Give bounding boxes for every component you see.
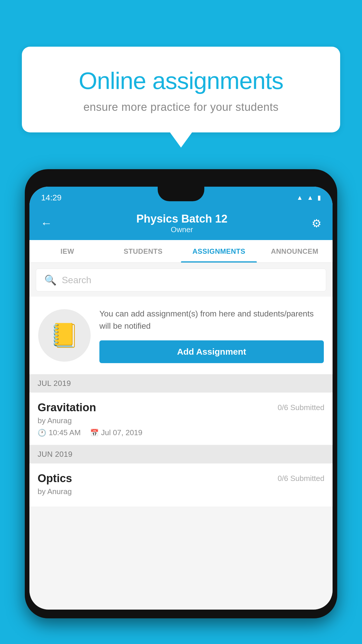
phone-notch <box>158 187 204 201</box>
signal-icon: ▲ <box>307 194 313 202</box>
tabs-bar: IEW STUDENTS ASSIGNMENTS ANNOUNCEM <box>29 240 333 263</box>
assignment-author-optics: by Anurag <box>38 487 324 496</box>
tab-assignments[interactable]: ASSIGNMENTS <box>181 240 257 262</box>
assignment-time: 🕐 10:45 AM <box>38 428 81 437</box>
assignment-author: by Anurag <box>38 416 324 425</box>
assignment-title-optics: Optics <box>38 472 72 485</box>
phone-device: 14:29 ▲ ▲ ▮ ← Physics Batch 12 Owner ⚙ <box>25 169 337 618</box>
phone-screen: 14:29 ▲ ▲ ▮ ← Physics Batch 12 Owner ⚙ <box>29 187 333 610</box>
speech-bubble: Online assignments ensure more practice … <box>22 47 340 132</box>
assignment-top-row-optics: Optics 0/6 Submitted <box>38 472 324 485</box>
date-value: Jul 07, 2019 <box>101 428 143 437</box>
search-icon: 🔍 <box>44 274 57 286</box>
promo-description: You can add assignment(s) from here and … <box>99 308 324 332</box>
app-header: ← Physics Batch 12 Owner ⚙ <box>29 206 333 240</box>
assignment-top-row: Gravitation 0/6 Submitted <box>38 401 324 414</box>
status-time: 14:29 <box>41 193 61 202</box>
wifi-icon: ▲ <box>296 194 303 202</box>
time-value: 10:45 AM <box>49 428 81 437</box>
assignment-meta: 🕐 10:45 AM 📅 Jul 07, 2019 <box>38 428 324 437</box>
back-button[interactable]: ← <box>41 217 52 230</box>
notebook-icon: 📒 <box>50 322 79 349</box>
promo-card: 📒 You can add assignment(s) from here an… <box>29 297 333 374</box>
assignment-date: 📅 Jul 07, 2019 <box>90 428 143 437</box>
header-title-block: Physics Batch 12 Owner <box>136 213 228 234</box>
status-icons: ▲ ▲ ▮ <box>296 194 321 202</box>
assignment-submitted: 0/6 Submitted <box>278 403 324 412</box>
assignment-item-gravitation[interactable]: Gravitation 0/6 Submitted by Anurag 🕐 10… <box>29 393 333 445</box>
assignment-title: Gravitation <box>38 401 96 414</box>
search-placeholder: Search <box>62 275 91 286</box>
speech-bubble-title: Online assignments <box>45 67 317 94</box>
add-assignment-button[interactable]: Add Assignment <box>99 340 324 363</box>
assignment-item-optics[interactable]: Optics 0/6 Submitted by Anurag <box>29 463 333 507</box>
tab-iew[interactable]: IEW <box>29 240 105 262</box>
speech-bubble-subtitle: ensure more practice for your students <box>45 101 317 113</box>
clock-icon: 🕐 <box>38 429 46 437</box>
batch-title: Physics Batch 12 <box>136 213 228 225</box>
tab-announcements[interactable]: ANNOUNCEM <box>257 240 333 262</box>
tab-students[interactable]: STUDENTS <box>105 240 181 262</box>
assignment-submitted-optics: 0/6 Submitted <box>278 474 324 483</box>
section-header-jul2019: JUL 2019 <box>29 374 333 393</box>
owner-label: Owner <box>136 225 228 234</box>
settings-icon[interactable]: ⚙ <box>312 217 321 230</box>
section-header-jun2019: JUN 2019 <box>29 445 333 463</box>
search-bar[interactable]: 🔍 Search <box>36 269 326 291</box>
speech-bubble-container: Online assignments ensure more practice … <box>22 47 340 132</box>
battery-icon: ▮ <box>317 194 321 202</box>
promo-icon-circle: 📒 <box>38 309 91 362</box>
promo-content: You can add assignment(s) from here and … <box>99 308 324 363</box>
phone-wrapper: 14:29 ▲ ▲ ▮ ← Physics Batch 12 Owner ⚙ <box>25 169 337 644</box>
calendar-icon: 📅 <box>90 429 99 437</box>
